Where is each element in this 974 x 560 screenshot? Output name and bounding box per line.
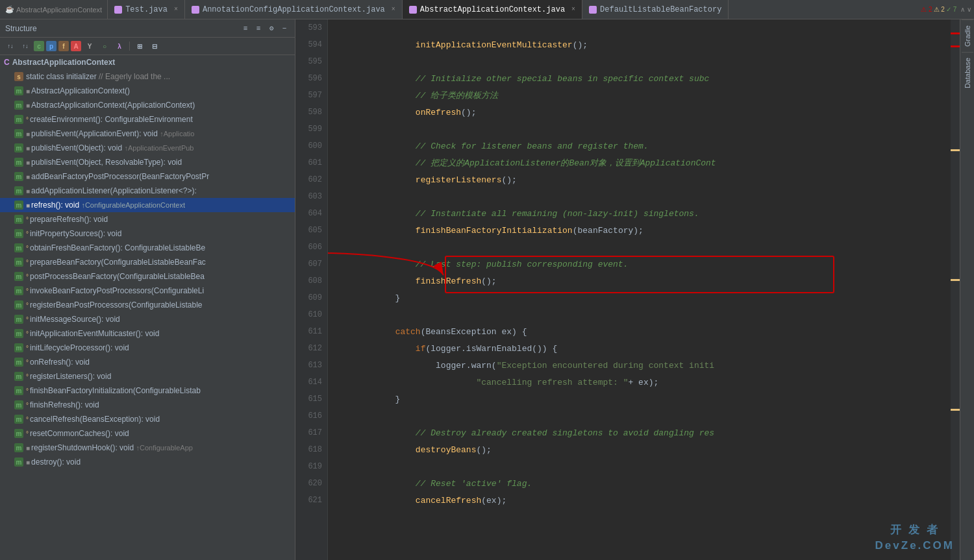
filter-y-btn[interactable]: Y [83,40,96,53]
tree-item-refresh[interactable]: m ■ refresh(): void ↑ConfigurableApplica… [0,198,295,212]
sidebar-tab-gradle[interactable]: Gradle [962,19,973,52]
tree-item-constructor2-label: AbstractApplicationContext(ApplicationCo… [31,101,195,110]
filter-f-btn[interactable]: f [58,41,69,51]
tree-item-createenv[interactable]: m ° createEnvironment(): ConfigurableEnv… [0,112,295,127]
tree-item-reglisteners[interactable]: m ° registerListeners(): void [0,369,295,383]
tree-item-publishevent2[interactable]: m ■ publishEvent(Object): void ↑Applicat… [0,141,295,155]
tree-item-preparerefresh-label: prepareRefresh(): void [30,215,108,224]
sidebar-tab-database[interactable]: Database [962,52,973,93]
toolbar-row: ↑↓ ↑↓ c p f A Y ○ λ ⊞ ⊟ [0,38,295,55]
tree-item-preparebf[interactable]: m ° prepareBeanFactory(ConfigurableLista… [0,255,295,269]
tab-test[interactable]: Test.java × [108,0,185,19]
tree-item-initpropsrc[interactable]: m ° initPropertySources(): void [0,226,295,241]
main-content: Structure ≡ ≡ ⚙ − ↑↓ ↑↓ c p f A Y ○ λ ⊞ … [0,19,974,560]
filter-lambda-btn[interactable]: λ [113,40,126,53]
tab-abstract[interactable]: AbstractApplicationContext.java × [403,0,582,19]
tree-item-publishevent3-label: publishEvent(Object, ResolvableType): vo… [31,158,182,167]
tree-item-destroy[interactable]: m ■ destroy(): void [0,455,295,469]
code-line-614: "cancelling refresh attempt: " + ex); [334,374,951,391]
line-numbers: 593 594 595 596 597 598 599 600 601 602 … [295,19,328,560]
code-line-618: destroyBeans (); [334,441,951,458]
tree-item-constructor1-label: AbstractApplicationContext() [31,86,130,95]
tree-item-regbpp-label: registerBeanPostProcessors(ConfigurableL… [30,300,202,310]
tree-item-onrefresh[interactable]: m ° onRefresh(): void [0,355,295,369]
tree-item-static[interactable]: s static class initializer // Eagerly lo… [0,69,295,84]
tree-item-initlc[interactable]: m ° initLifecycleProcessor(): void [0,341,295,355]
tab-test-close[interactable]: × [174,6,178,13]
tree-item-publishevent3[interactable]: m ■ publishEvent(Object, ResolvableType)… [0,155,295,169]
close-panel-icon[interactable]: − [279,23,290,34]
filter-p-btn[interactable]: p [46,41,56,51]
tree-item-constructor2[interactable]: m ■ AbstractApplicationContext(Applicati… [0,98,295,112]
tab-annotation-icon [192,6,199,14]
code-line-609: } [334,289,951,306]
warning-count: ⚠ 2 [934,6,945,13]
collapse-btn[interactable]: ⊟ [148,40,161,53]
tab-default-icon [589,6,597,14]
tree-item-obtainfresh[interactable]: m ° obtainFreshBeanFactory(): Configurab… [0,241,295,255]
tab-annotation[interactable]: AnnotationConfigApplicationContext.java … [185,0,403,19]
method-icon-13: m [14,272,23,281]
tab-default[interactable]: DefaultListableBeanFactory [582,0,729,19]
tree-item-cancelrefresh[interactable]: m ° cancelRefresh(BeansException): void [0,412,295,426]
tree-item-initpropsrc-label: initPropertySources(): void [30,229,121,238]
code-line-619 [334,458,951,475]
tree-item-regbpp[interactable]: m ° registerBeanPostProcessors(Configura… [0,298,295,312]
method-icon-5: m [14,143,23,152]
warning-marker-1 [951,149,960,151]
tree-item-regshutdown[interactable]: m ■ registerShutdownHook(): void ↑Config… [0,441,295,455]
code-line-593 [334,19,951,36]
code-line-594: initApplicationEventMulticaster (); [334,36,951,53]
static-icon: s [14,72,23,81]
code-line-611: catch (BeansException ex) { [334,323,951,340]
settings-icon[interactable]: ⚙ [266,23,277,34]
tree-item-regshutdown-label: registerShutdownHook(): void ↑Configurab… [31,443,193,452]
tab-annotation-close[interactable]: × [392,6,395,13]
method-icon-1: m [14,86,23,95]
watermark: 开 发 者 DevZe.COM [875,522,955,554]
filter-a-btn[interactable]: A [71,41,81,51]
tree-item-addapplistener[interactable]: m ■ addApplicationListener(ApplicationLi… [0,184,295,198]
sort-btn-1[interactable]: ↑↓ [4,40,17,53]
line-607: 607 [295,256,327,273]
method-icon-19: m [14,358,23,367]
tree-item-publishevent1-label: publishEvent(ApplicationEvent): void ↑Ap… [31,129,194,138]
tree-item-destroy-label: destroy(): void [31,457,81,467]
line-608: 608 [295,273,327,289]
tree-item-constructor1[interactable]: m ■ AbstractApplicationContext() [0,84,295,98]
method-icon-24: m [14,429,23,438]
tree-item-refresh-label: refresh(): void ↑ConfigurableApplication… [31,201,185,210]
tree-item-postprocessbf[interactable]: m ° postProcessBeanFactory(ConfigurableL… [0,269,295,284]
warning-marker-2 [951,279,960,281]
method-icon-8: m [14,186,23,195]
tree-item-finishbfi[interactable]: m ° finishBeanFactoryInitialization(Conf… [0,383,295,398]
tree-item-publishevent1[interactable]: m ■ publishEvent(ApplicationEvent): void… [0,127,295,141]
tree-item-resetcaches-label: resetCommonCaches(): void [30,429,129,438]
structure-tree[interactable]: C AbstractApplicationContext s static cl… [0,55,295,560]
code-line-600: // Check for listener beans and register… [334,138,951,154]
tree-item-addapplistener-label: addApplicationListener(ApplicationListen… [31,186,197,195]
tree-item-preparerefresh[interactable]: m ° prepareRefresh(): void [0,212,295,226]
tree-item-initmsg[interactable]: m ° initMessageSource(): void [0,312,295,326]
visibility-btn[interactable]: c [34,41,44,51]
tree-item-invokebfpp[interactable]: m ° invokeBeanFactoryPostProcessors(Conf… [0,284,295,298]
tree-item-initaemc[interactable]: m ° initApplicationEventMulticaster(): v… [0,326,295,341]
tree-root[interactable]: C AbstractApplicationContext [0,55,295,69]
sort-alpha-icon[interactable]: ≡ [240,23,251,34]
method-icon-21: m [14,386,23,395]
tree-item-finishrefresh[interactable]: m ° finishRefresh(): void [0,398,295,412]
method-icon-16: m [14,315,23,324]
sort-btn-2[interactable]: ↑↓ [19,40,32,53]
structure-header: Structure ≡ ≡ ⚙ − [0,19,295,38]
tab-abstract-close[interactable]: × [571,6,575,13]
code-line-608: finishRefresh (); [334,273,951,289]
tree-item-addbfpp[interactable]: m ■ addBeanFactoryPostProcessor(BeanFact… [0,169,295,184]
code-line-616 [334,408,951,424]
sort-type-icon[interactable]: ≡ [253,23,264,34]
tree-item-initaemc-label: initApplicationEventMulticaster(): void [30,329,159,338]
code-line-615: } [334,391,951,408]
filter-circle-btn[interactable]: ○ [98,40,111,53]
code-line-607: // Last step: publish corresponding even… [334,256,951,273]
tree-item-resetcaches[interactable]: m ° resetCommonCaches(): void [0,426,295,441]
expand-btn[interactable]: ⊞ [133,40,146,53]
